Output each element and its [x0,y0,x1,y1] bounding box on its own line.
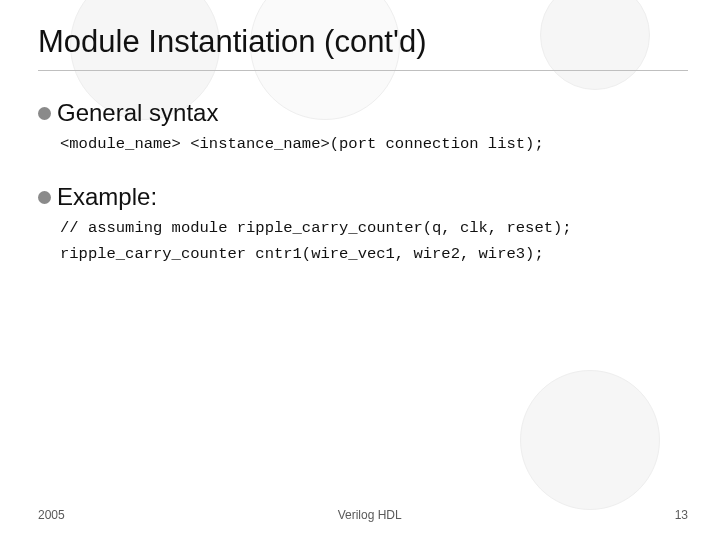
section-heading-text: Example: [57,183,157,211]
section-heading: General syntax [38,99,688,127]
footer-year: 2005 [38,508,65,522]
code-line: ripple_carry_counter cntr1(wire_vec1, wi… [60,245,688,263]
code-line: <module_name> <instance_name>(port conne… [60,135,688,153]
footer-center: Verilog HDL [338,508,402,522]
bullet-icon [38,107,51,120]
footer-page: 13 [675,508,688,522]
code-line: // assuming module ripple_carry_counter(… [60,219,688,237]
section-heading: Example: [38,183,688,211]
section-general-syntax: General syntax <module_name> <instance_n… [38,99,688,153]
footer: 2005 Verilog HDL 13 [0,508,720,522]
section-example: Example: // assuming module ripple_carry… [38,183,688,263]
section-heading-text: General syntax [57,99,218,127]
bullet-icon [38,191,51,204]
slide-title: Module Instantiation (cont'd) [38,24,688,71]
slide: Module Instantiation (cont'd) General sy… [0,0,720,540]
